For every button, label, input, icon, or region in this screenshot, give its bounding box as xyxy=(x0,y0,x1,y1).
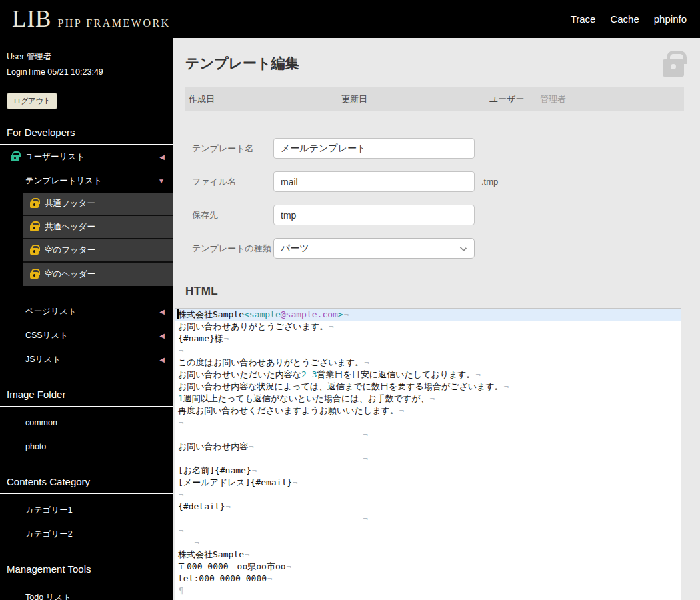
save-dir-row: 保存先 xyxy=(173,205,700,225)
sidebar-item-css-list[interactable]: CSSリスト ◀ xyxy=(0,323,173,347)
subitem-label: 共通ヘッダー xyxy=(45,221,95,233)
meta-bar: 作成日 更新日 ユーザー 管理者 xyxy=(185,87,684,111)
lock-icon xyxy=(30,245,39,257)
section-for-developers: For Developers xyxy=(0,127,173,145)
updated-date-label: 更新日 xyxy=(341,93,489,105)
sidebar-item-label: photo xyxy=(25,442,46,451)
created-date-label: 作成日 xyxy=(189,93,341,105)
user-label: ユーザー xyxy=(489,93,540,105)
lock-icon xyxy=(30,221,39,233)
sidebar-subitem-common-header[interactable]: 共通ヘッダー xyxy=(23,216,173,239)
collapse-left-triangle-icon: ◀ xyxy=(159,153,165,161)
section-contents-category: Contents Category xyxy=(0,476,173,494)
section-management-tools: Management Tools xyxy=(0,563,173,581)
nav-phpinfo-link[interactable]: phpinfo xyxy=(654,13,687,25)
expand-down-triangle-icon: ▼ xyxy=(158,177,165,185)
template-type-select[interactable]: パーツ xyxy=(273,238,475,259)
editor-lines: 株式会社Sample<sample@sample.com>¬お問い合わせありがと… xyxy=(175,309,681,597)
text-cursor xyxy=(177,309,179,319)
sidebar-item-label: ページリスト xyxy=(25,306,76,317)
sidebar-user-label: User 管理者 xyxy=(7,51,173,63)
logo-text: LIB xyxy=(12,6,51,33)
file-name-row: ファイル名 .tmp xyxy=(173,171,700,192)
html-section-heading: HTML xyxy=(185,285,218,298)
template-name-row: テンプレート名 xyxy=(173,138,700,159)
file-name-input[interactable] xyxy=(273,171,475,192)
template-name-input[interactable] xyxy=(273,138,475,159)
file-extension-suffix: .tmp xyxy=(481,177,498,187)
sidebar-subitem-empty-header[interactable]: 空のヘッダー xyxy=(23,263,173,286)
sidebar-item-label: common xyxy=(25,418,57,427)
save-dir-input[interactable] xyxy=(273,205,475,225)
template-sublist: 共通フッター 共通ヘッダー 空のフッター 空のヘッダー xyxy=(23,193,173,286)
subitem-label: 空のヘッダー xyxy=(45,269,95,280)
sidebar-item-label: JSリスト xyxy=(25,354,61,365)
sidebar-item-label: ユーザーリスト xyxy=(25,151,85,163)
template-type-label: テンプレートの種類 xyxy=(192,243,271,255)
sidebar-subitem-common-footer[interactable]: 共通フッター xyxy=(23,193,173,216)
nav-trace-link[interactable]: Trace xyxy=(571,13,596,25)
nav-cache-link[interactable]: Cache xyxy=(610,13,639,25)
template-name-label: テンプレート名 xyxy=(192,143,254,155)
sidebar-item-template-list[interactable]: テンプレートリスト ▼ xyxy=(0,169,173,193)
collapse-left-triangle-icon: ◀ xyxy=(159,332,165,339)
app-logo[interactable]: LIB PHP FRAMEWORK xyxy=(12,6,171,33)
collapse-left-triangle-icon: ◀ xyxy=(159,356,165,363)
locked-status-icon xyxy=(663,59,684,77)
sidebar-item-label: テンプレートリスト xyxy=(25,175,102,187)
lock-icon xyxy=(30,269,39,281)
lock-icon xyxy=(30,198,39,210)
top-nav: Trace Cache phpinfo xyxy=(571,13,687,25)
top-header-bar: LIB PHP FRAMEWORK Trace Cache phpinfo xyxy=(0,0,700,38)
sidebar-item-user-list[interactable]: ユーザーリスト ◀ xyxy=(0,145,173,169)
sidebar: User 管理者 LoginTime 05/21 10:23:49 ログアウト … xyxy=(0,38,173,600)
sidebar-item-photo-folder[interactable]: photo xyxy=(0,435,173,459)
subitem-label: 空のフッター xyxy=(45,245,95,256)
html-code-editor[interactable]: 株式会社Sample<sample@sample.com>¬お問い合わせありがと… xyxy=(175,308,681,600)
sidebar-item-label: Todo リスト xyxy=(25,592,71,600)
sidebar-item-todo-list[interactable]: Todo リスト xyxy=(0,585,173,600)
chevron-down-icon xyxy=(460,245,467,251)
file-name-label: ファイル名 xyxy=(192,176,236,188)
user-value: 管理者 xyxy=(540,93,566,105)
sidebar-login-time: LoginTime 05/21 10:23:49 xyxy=(7,67,173,77)
section-image-folder: Image Folder xyxy=(0,389,173,407)
sidebar-item-common-folder[interactable]: common xyxy=(0,411,173,435)
sidebar-subitem-empty-footer[interactable]: 空のフッター xyxy=(23,239,173,263)
lock-icon xyxy=(11,151,19,163)
subitem-label: 共通フッター xyxy=(45,198,95,209)
sidebar-item-label: カテゴリー2 xyxy=(25,529,73,540)
sidebar-item-label: カテゴリー1 xyxy=(25,505,73,516)
save-dir-label: 保存先 xyxy=(192,209,218,221)
page-title: テンプレート編集 xyxy=(185,54,299,73)
selected-option: パーツ xyxy=(281,243,309,255)
sidebar-item-js-list[interactable]: JSリスト ◀ xyxy=(0,347,173,371)
sidebar-item-page-list[interactable]: ページリスト ◀ xyxy=(0,299,173,323)
logout-button[interactable]: ログアウト xyxy=(7,93,57,109)
logo-subtitle: PHP FRAMEWORK xyxy=(57,17,170,29)
sidebar-item-category-2[interactable]: カテゴリー2 xyxy=(0,522,173,546)
template-type-row: テンプレートの種類 パーツ xyxy=(173,238,700,259)
collapse-left-triangle-icon: ◀ xyxy=(159,308,165,315)
sidebar-item-category-1[interactable]: カテゴリー1 xyxy=(0,498,173,522)
sidebar-item-label: CSSリスト xyxy=(25,330,68,341)
main-content: テンプレート編集 作成日 更新日 ユーザー 管理者 テンプレート名 ファイル名 … xyxy=(173,38,700,600)
